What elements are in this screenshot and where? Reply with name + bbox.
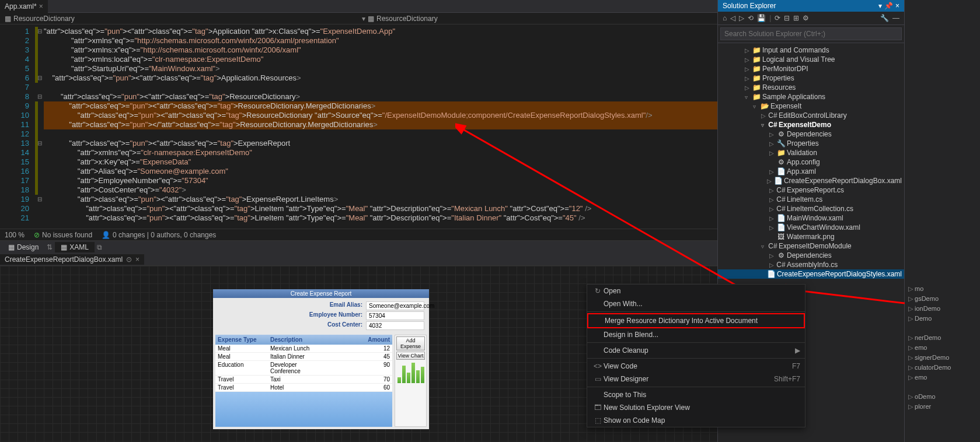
back-icon[interactable]: ◁: [730, 14, 735, 22]
popout-icon[interactable]: ⧉: [97, 243, 102, 251]
solution-explorer-search: [718, 25, 904, 43]
solution-explorer-title-bar: Solution Explorer ▾ 📌 ×: [718, 0, 904, 12]
tree-item[interactable]: ▷📄App.xaml: [718, 167, 904, 176]
menu-item[interactable]: ▭View DesignerShift+F7: [587, 373, 805, 385]
menu-item[interactable]: Code Cleanup▶: [587, 344, 805, 357]
close-icon[interactable]: ×: [135, 255, 139, 264]
collapse-icon[interactable]: ⊟: [784, 14, 790, 22]
wrench-icon[interactable]: 🔧: [880, 14, 889, 22]
table-row[interactable]: EducationDeveloper Conference90: [215, 361, 392, 376]
tree-item[interactable]: ▷C#EditBoxControlLibrary: [718, 111, 904, 120]
tab-label: App.xaml*: [5, 2, 37, 10]
zoom-level[interactable]: 100 %: [5, 231, 25, 239]
panel-title: Solution Explorer: [723, 2, 776, 10]
close-icon[interactable]: ×: [895, 2, 899, 10]
tree-item[interactable]: ⚙App.config: [718, 157, 904, 167]
changes-info: 👤 0 changes | 0 authors, 0 changes: [102, 231, 216, 239]
tree-item[interactable]: ▷⚙Dependencies: [718, 129, 904, 139]
empno-label: Employee Number:: [218, 311, 366, 320]
tree-item[interactable]: 🖼Watermark.png: [718, 232, 904, 241]
tree-item[interactable]: ▷📁Resources: [718, 83, 904, 92]
tree-item[interactable]: ▷C#LineItemCollection.cs: [718, 204, 904, 213]
email-field[interactable]: Someone@example.com: [366, 301, 424, 310]
sync-icon[interactable]: ⟲: [748, 14, 754, 22]
stub-item: ▷ culatorDemo: [905, 363, 980, 373]
tree-item[interactable]: ▿C#ExpenseItDemo: [718, 120, 904, 129]
view-chart-button[interactable]: View Chart: [396, 352, 425, 360]
person-icon: 👤: [102, 231, 110, 239]
pin-icon[interactable]: 📌: [884, 2, 893, 10]
tab-design[interactable]: ▦ Design: [2, 242, 44, 252]
right-panel-stub: ▷ mo▷ gsDemo▷ ionDemo▷ Demo ▷ nerDemo▷ e…: [904, 0, 980, 442]
dropdown-icon[interactable]: ▾: [878, 2, 882, 10]
tab-app-xaml[interactable]: App.xaml* ×: [0, 0, 48, 13]
swap-panes-icon[interactable]: ⇅: [47, 243, 53, 251]
search-input[interactable]: [720, 27, 902, 40]
stub-item: ▷ emo: [905, 343, 980, 353]
showall-icon[interactable]: ⊞: [793, 14, 799, 22]
tree-item[interactable]: ▷C#ExpenseReport.cs: [718, 185, 904, 195]
menu-item[interactable]: ⬚Show on Code Map: [587, 414, 805, 427]
gutter: [0, 24, 12, 229]
tree-item[interactable]: ▷📁PerMonitorDPI: [718, 64, 904, 73]
col-amount: Amount: [326, 335, 392, 345]
stub-item: ▷ oDemo: [905, 392, 980, 402]
tree-item[interactable]: ▷C#AssemblyInfo.cs: [718, 260, 904, 269]
design-icon: ▦: [8, 243, 15, 251]
menu-item[interactable]: 🗔New Solution Explorer View: [587, 401, 805, 414]
table-row[interactable]: MealMexican Lunch12: [215, 345, 392, 353]
tree-item[interactable]: ▷📁Input and Commands: [718, 45, 904, 55]
table-row[interactable]: TravelTaxi70: [215, 376, 392, 384]
tree-item[interactable]: ▷📄MainWindow.xaml: [718, 213, 904, 223]
menu-item[interactable]: ↻Open: [587, 285, 805, 297]
tree-item[interactable]: ▷📁Validation: [718, 148, 904, 157]
tree-item[interactable]: ▷📁Logical and Visual Tree: [718, 55, 904, 64]
fwd-icon[interactable]: ▷: [739, 14, 744, 22]
close-icon[interactable]: ×: [39, 2, 43, 10]
menu-item[interactable]: Merge Resource Dictionary Into Active Do…: [587, 313, 805, 328]
filter-icon[interactable]: —: [892, 14, 899, 22]
menu-item[interactable]: Scope to This: [587, 388, 805, 401]
menu-item[interactable]: <>View CodeF7: [587, 360, 805, 373]
tree-item[interactable]: ▷📄ViewChartWindow.xaml: [718, 223, 904, 232]
stub-item: ▷ plorer: [905, 402, 980, 412]
stub-item: [905, 383, 980, 392]
home-icon[interactable]: ⌂: [723, 14, 727, 22]
tree-item[interactable]: ▿📂ExpenseIt: [718, 101, 904, 111]
menu-item[interactable]: Design in Blend...: [587, 328, 805, 341]
tree-item[interactable]: 📄CreateExpenseReportDialogStyles.xaml: [718, 269, 904, 279]
tree-item[interactable]: ▷⚙Dependencies: [718, 251, 904, 260]
col-desc: Description: [268, 335, 326, 345]
breadcrumb-right[interactable]: ▾ ▦ ResourceDictionary: [362, 15, 438, 23]
properties-icon[interactable]: ⚙: [803, 14, 809, 22]
tab-dialogbox-xaml[interactable]: CreateExpenseReportDialogBox.xaml ⊙ ×: [0, 254, 144, 265]
save-icon[interactable]: 💾: [757, 14, 766, 22]
tree-item[interactable]: ▷📄CreateExpenseReportDialogBox.xaml: [718, 176, 904, 185]
tab-xaml[interactable]: ▦ XAML: [55, 242, 95, 252]
tree-item[interactable]: ▷🔧Properties: [718, 139, 904, 148]
tree-item[interactable]: ▿C#ExpenseItDemoModule: [718, 241, 904, 251]
breadcrumb-label: ResourceDictionary: [13, 15, 75, 23]
cc-field[interactable]: 4032: [366, 321, 424, 330]
stub-item: [905, 324, 980, 333]
change-indicator: [35, 27, 38, 83]
stub-item: ▷ Demo: [905, 314, 980, 324]
file-type-icon: ▦: [5, 15, 11, 23]
file-type-icon: ▦: [368, 15, 374, 23]
table-row[interactable]: MealItalian Dinner45: [215, 353, 392, 361]
change-indicator: [35, 101, 38, 195]
empno-field[interactable]: 57304: [366, 311, 424, 320]
tree-item[interactable]: ▷C#LineItem.cs: [718, 195, 904, 204]
expense-report-window: Create Expense Report Email Alias:Someon…: [213, 289, 429, 429]
window-title: Create Expense Report: [213, 289, 429, 298]
email-label: Email Alias:: [218, 301, 366, 310]
table-row[interactable]: TravelHotel60: [215, 384, 392, 392]
tree-item[interactable]: ▿📁Sample Applications: [718, 92, 904, 101]
pin-icon[interactable]: ⊙: [126, 255, 132, 264]
add-expense-button[interactable]: Add Expense: [396, 336, 425, 350]
breadcrumb-left[interactable]: ▦ ResourceDictionary: [5, 15, 75, 23]
breadcrumb-label: ResourceDictionary: [376, 15, 438, 23]
tree-item[interactable]: ▷📁Properties: [718, 73, 904, 83]
refresh-icon[interactable]: ⟳: [775, 14, 780, 22]
menu-item[interactable]: Open With...: [587, 297, 805, 310]
